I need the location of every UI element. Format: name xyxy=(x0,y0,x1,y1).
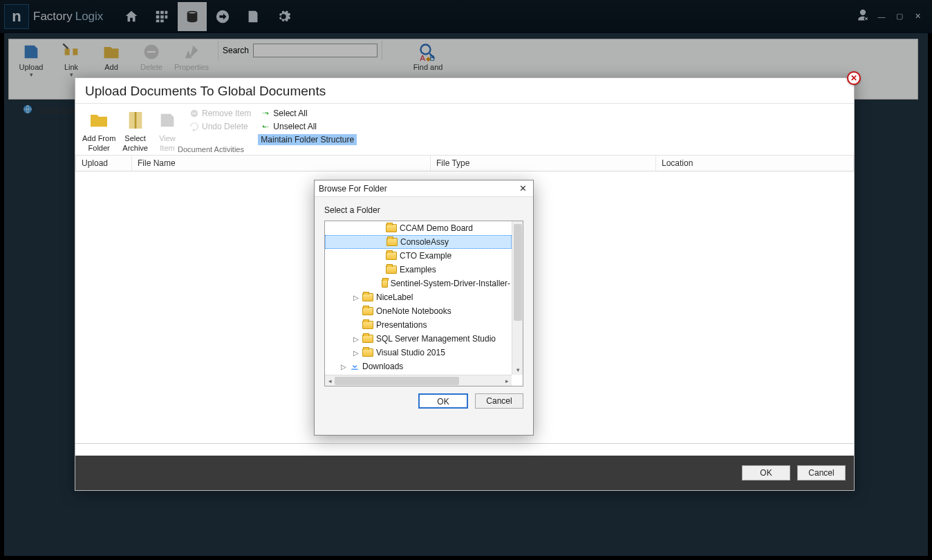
folder-icon xyxy=(362,348,373,357)
folder-icon xyxy=(362,335,373,343)
tree-vertical-scrollbar[interactable]: ▴▾ xyxy=(512,221,523,375)
tree-node[interactable]: ▷ SQL Server Management Studio xyxy=(325,332,512,346)
expand-icon[interactable]: ▷ xyxy=(353,335,360,343)
add-from-folder-button[interactable]: Add From Folder xyxy=(80,106,118,153)
folder-tree: CCAM Demo Board ConsoleAssy CTO Example … xyxy=(324,221,523,386)
tree-node[interactable]: Examples xyxy=(325,263,512,277)
tree-node[interactable]: Sentinel-System-Driver-Installer- xyxy=(325,277,512,290)
folder-icon xyxy=(362,293,373,301)
col-header-filetype[interactable]: File Type xyxy=(431,156,656,171)
browse-for-folder-dialog: Browse For Folder ✕ Select a Folder CCAM… xyxy=(314,180,534,436)
dialog-close-button[interactable]: ✕ xyxy=(847,71,861,85)
undo-delete-button: Undo Delete xyxy=(187,121,254,132)
select-all-button[interactable]: Select All xyxy=(258,108,357,119)
browse-dialog-titlebar[interactable]: Browse For Folder ✕ xyxy=(315,180,533,197)
browse-dialog-close-button[interactable]: ✕ xyxy=(516,183,529,194)
remove-item-button: Remove Item xyxy=(187,108,254,119)
select-archive-button[interactable]: Select Archive xyxy=(120,106,151,153)
unselect-all-button[interactable]: Unselect All xyxy=(258,121,357,132)
downloads-icon xyxy=(350,362,360,371)
tree-node[interactable]: Presentations xyxy=(325,318,512,332)
dialog-ribbon: Add From Folder Select Archive View Item… xyxy=(75,103,854,156)
tree-node[interactable]: ▷ NiceLabel xyxy=(325,290,512,304)
tree-node-selected[interactable]: ConsoleAssy xyxy=(325,235,512,249)
folder-icon xyxy=(362,307,373,315)
folder-icon xyxy=(386,238,398,246)
folder-icon xyxy=(382,279,387,288)
upload-dialog-cancel-button[interactable]: Cancel xyxy=(797,465,846,480)
tree-node[interactable]: ▷ Downloads xyxy=(325,360,512,373)
tree-node[interactable]: CCAM Demo Board xyxy=(325,221,512,235)
grid-header: Upload File Name File Type Location xyxy=(75,156,854,171)
tree-node[interactable]: OneNote Notebooks xyxy=(325,304,512,318)
col-header-upload[interactable]: Upload xyxy=(75,156,132,171)
svg-rect-9 xyxy=(192,113,196,113)
browse-dialog-label: Select a Folder xyxy=(315,197,533,221)
tree-node[interactable]: ▷ Visual Studio 2015 xyxy=(325,346,512,360)
dialog-footer: OK Cancel xyxy=(75,456,854,490)
browse-ok-button[interactable]: OK xyxy=(418,393,468,409)
browse-cancel-button[interactable]: Cancel xyxy=(475,393,523,409)
expand-icon[interactable]: ▷ xyxy=(353,294,360,301)
upload-dialog-ok-button[interactable]: OK xyxy=(742,465,790,480)
folder-icon xyxy=(362,321,373,329)
folder-icon xyxy=(386,224,397,232)
tree-horizontal-scrollbar[interactable]: ◂▸ xyxy=(325,375,512,386)
folder-icon xyxy=(386,265,397,274)
maintain-folder-structure-toggle[interactable]: Maintain Folder Structure xyxy=(258,134,357,145)
ribbon-group-label: Document Activities xyxy=(178,145,244,153)
dialog-title: Upload Documents To Global Documents xyxy=(75,78,854,103)
expand-icon[interactable]: ▷ xyxy=(340,363,347,371)
col-header-location[interactable]: Location xyxy=(656,156,854,171)
col-header-filename[interactable]: File Name xyxy=(132,156,431,171)
tree-node[interactable]: CTO Example xyxy=(325,249,512,263)
expand-icon[interactable]: ▷ xyxy=(353,349,360,357)
browse-dialog-title: Browse For Folder xyxy=(319,184,387,194)
folder-icon xyxy=(386,252,397,260)
